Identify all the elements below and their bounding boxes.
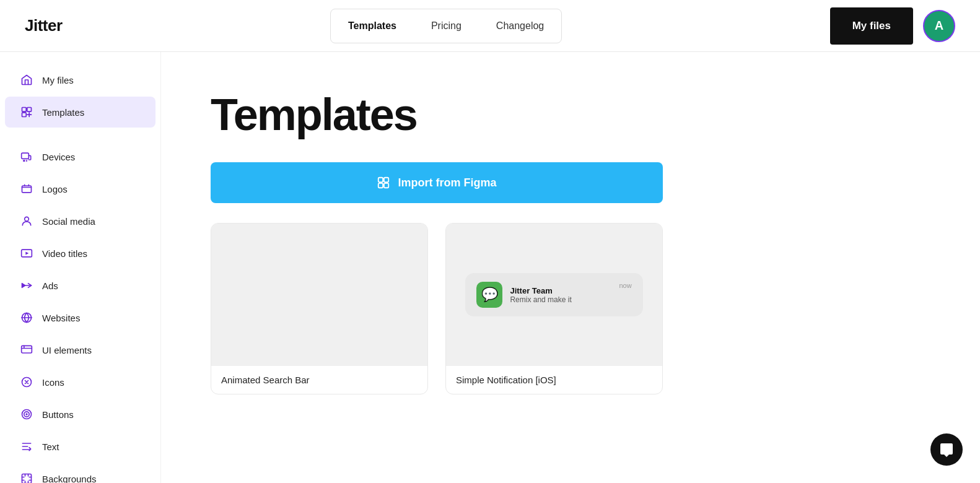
sidebar-item-video-titles[interactable]: Video titles [5, 238, 155, 269]
sidebar: My files Templates [0, 52, 161, 483]
sidebar-label-ads: Ads [42, 281, 58, 291]
sidebar-label-logos: Logos [42, 184, 68, 194]
sidebar-label-icons: Icons [42, 377, 64, 388]
svg-rect-4 [22, 186, 32, 193]
avatar[interactable]: A [923, 10, 955, 42]
svg-point-5 [25, 217, 29, 221]
chat-icon [939, 442, 954, 457]
notification-mockup: 💬 Jitter Team Remix and make it now [465, 273, 642, 316]
card-preview-notification: 💬 Jitter Team Remix and make it now [446, 224, 662, 366]
sidebar-label-backgrounds: Backgrounds [42, 474, 97, 484]
svg-rect-3 [22, 153, 29, 159]
template-cards-row: Animated Search Bar 💬 Jitter Team Remix … [211, 223, 663, 394]
sidebar-item-ads[interactable]: Ads [5, 270, 155, 301]
chat-bubble-button[interactable] [930, 433, 963, 466]
sidebar-label-websites: Websites [42, 313, 80, 323]
header-nav: Templates Pricing Changelog [330, 9, 562, 43]
notif-app-icon: 💬 [476, 282, 502, 308]
notif-content: Jitter Team Remix and make it [510, 286, 611, 304]
sidebar-label-text: Text [42, 442, 59, 452]
sidebar-item-icons[interactable]: Icons [5, 367, 155, 398]
template-card-notification[interactable]: 💬 Jitter Team Remix and make it now Simp… [445, 223, 663, 394]
header: Jitter Templates Pricing Changelog My fi… [0, 0, 980, 52]
sidebar-item-templates[interactable]: Templates [5, 97, 155, 128]
svg-rect-2 [22, 113, 27, 117]
card-label-search-bar: Animated Search Bar [211, 366, 427, 394]
svg-marker-7 [25, 252, 28, 255]
backgrounds-icon [20, 472, 33, 483]
svg-rect-16 [384, 178, 388, 182]
main-content: Templates Import from Figma Animated Sea… [161, 52, 980, 483]
logos-icon [20, 182, 33, 196]
notif-text: Remix and make it [510, 295, 611, 304]
ads-icon [20, 279, 33, 292]
sidebar-label-templates: Templates [42, 107, 84, 118]
notif-time: now [619, 282, 631, 289]
sidebar-item-logos[interactable]: Logos [5, 173, 155, 204]
nav-pricing[interactable]: Pricing [414, 9, 479, 43]
icons-icon [20, 375, 33, 389]
templates-icon [20, 105, 33, 119]
template-card-search-bar[interactable]: Animated Search Bar [211, 223, 428, 394]
notif-title: Jitter Team [510, 286, 611, 295]
ui-elements-icon [20, 343, 33, 357]
layout: My files Templates [0, 52, 980, 483]
svg-rect-18 [384, 183, 388, 188]
svg-rect-14 [22, 474, 32, 484]
svg-rect-1 [27, 108, 32, 112]
sidebar-label-social-media: Social media [42, 216, 95, 227]
header-right: My files A [830, 7, 955, 45]
import-from-figma-button[interactable]: Import from Figma [211, 162, 663, 203]
svg-rect-15 [378, 178, 383, 182]
card-preview-search-bar [211, 224, 427, 366]
sidebar-item-backgrounds[interactable]: Backgrounds [5, 463, 155, 483]
sidebar-item-social-media[interactable]: Social media [5, 206, 155, 237]
nav-changelog[interactable]: Changelog [479, 9, 561, 43]
sidebar-label-buttons: Buttons [42, 409, 74, 420]
sidebar-label-video-titles: Video titles [42, 248, 87, 259]
video-titles-icon [20, 246, 33, 260]
nav-templates[interactable]: Templates [331, 9, 414, 43]
card-label-notification: Simple Notification [iOS] [446, 366, 662, 394]
sidebar-label-devices: Devices [42, 152, 75, 162]
svg-rect-9 [22, 346, 32, 353]
sidebar-label-my-files: My files [42, 75, 74, 85]
sidebar-item-devices[interactable]: Devices [5, 141, 155, 172]
logo: Jitter [25, 16, 63, 35]
sidebar-item-websites[interactable]: Websites [5, 302, 155, 333]
page-title: Templates [211, 89, 930, 140]
buttons-icon [20, 407, 33, 421]
sidebar-item-buttons[interactable]: Buttons [5, 399, 155, 430]
home-icon [20, 73, 33, 87]
websites-icon [20, 311, 33, 324]
social-media-icon [20, 214, 33, 228]
figma-icon [377, 176, 390, 189]
sidebar-label-ui-elements: UI elements [42, 345, 92, 355]
svg-rect-0 [22, 108, 27, 112]
import-button-label: Import from Figma [398, 176, 496, 189]
my-files-button[interactable]: My files [830, 7, 913, 45]
sidebar-item-my-files[interactable]: My files [5, 64, 155, 95]
text-icon [20, 440, 33, 453]
devices-icon [20, 150, 33, 163]
svg-point-13 [26, 414, 27, 415]
sidebar-item-ui-elements[interactable]: UI elements [5, 334, 155, 365]
sidebar-item-text[interactable]: Text [5, 431, 155, 462]
svg-rect-17 [378, 183, 383, 188]
